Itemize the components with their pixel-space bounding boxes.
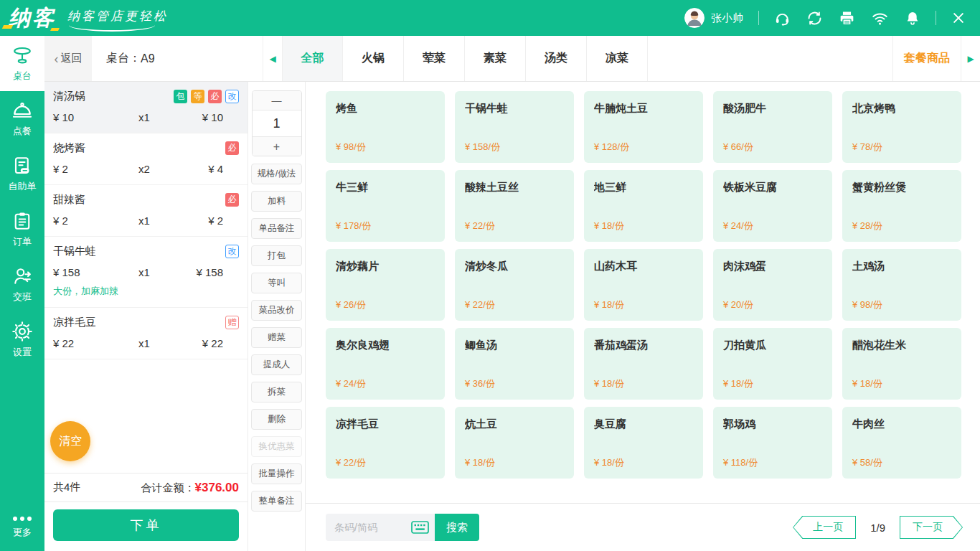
keyboard-icon[interactable] bbox=[411, 521, 429, 537]
printer-icon[interactable] bbox=[839, 10, 855, 27]
menu-item[interactable]: 清炒冬瓜 ¥ 22/份 bbox=[455, 249, 574, 321]
sidebar-item-orders[interactable]: 订单 bbox=[0, 202, 44, 257]
tab-combo[interactable]: 套餐商品 bbox=[892, 36, 961, 81]
order-item[interactable]: 清汤锅 包等必改 ¥ 10 x1 ¥ 10 bbox=[44, 82, 248, 133]
menu-item[interactable]: 臭豆腐 ¥ 18/份 bbox=[584, 407, 703, 479]
tab-category-2[interactable]: 荤菜 bbox=[404, 36, 465, 81]
menu-item[interactable]: 土鸡汤 ¥ 98/份 bbox=[842, 249, 961, 321]
menu-item[interactable]: 奥尔良鸡翅 ¥ 24/份 bbox=[326, 328, 445, 400]
order-list: 清汤锅 包等必改 ¥ 10 x1 ¥ 10 烧烤酱 必 ¥ 2 x2 ¥ 4 甜… bbox=[44, 82, 248, 473]
close-icon[interactable] bbox=[951, 11, 966, 25]
menu-item[interactable]: 醋泡花生米 ¥ 18/份 bbox=[842, 328, 961, 400]
order-item[interactable]: 凉拌毛豆 赠 ¥ 22 x1 ¥ 22 bbox=[44, 308, 248, 359]
headset-icon[interactable] bbox=[774, 10, 791, 27]
topbar-divider bbox=[936, 11, 936, 25]
menu-item[interactable]: 蟹黄粉丝煲 ¥ 28/份 bbox=[842, 170, 961, 242]
order-item-qty: x1 bbox=[138, 215, 189, 227]
menu-item[interactable]: 酸辣土豆丝 ¥ 22/份 bbox=[455, 170, 574, 242]
order-item-qty: x1 bbox=[138, 266, 189, 278]
prev-page-button[interactable]: 上一页 bbox=[793, 516, 856, 539]
badge-等: 等 bbox=[191, 90, 204, 103]
clear-order-button[interactable]: 清空 bbox=[50, 421, 90, 461]
order-item[interactable]: 甜辣酱 必 ¥ 2 x1 ¥ 2 bbox=[44, 185, 248, 237]
order-item-badges: 赠 bbox=[222, 316, 239, 329]
menu-item[interactable]: 郭场鸡 ¥ 118/份 bbox=[713, 407, 832, 479]
sidebar-item-table[interactable]: 桌台 bbox=[0, 36, 44, 91]
menu-item[interactable]: 干锅牛蛙 ¥ 158/份 bbox=[455, 91, 574, 163]
menu-item[interactable]: 牛三鲜 ¥ 178/份 bbox=[326, 170, 445, 242]
menu-item[interactable]: 炕土豆 ¥ 18/份 bbox=[455, 407, 574, 479]
menu-item[interactable]: 烤鱼 ¥ 98/份 bbox=[326, 91, 445, 163]
toolbar-button[interactable]: 赠菜 bbox=[251, 327, 302, 348]
menu-item[interactable]: 铁板米豆腐 ¥ 24/份 bbox=[713, 170, 832, 242]
order-item-top: 凉拌毛豆 赠 bbox=[53, 316, 239, 329]
order-item-qty: x1 bbox=[138, 337, 189, 349]
tabs-spacer bbox=[648, 36, 892, 81]
menu-item[interactable]: 鲫鱼汤 ¥ 36/份 bbox=[455, 328, 574, 400]
next-page-button[interactable]: 下一页 bbox=[900, 516, 963, 539]
menu-item-name: 奥尔良鸡翅 bbox=[336, 339, 435, 352]
menu-item-price: ¥ 128/份 bbox=[594, 141, 693, 154]
order-item-total: ¥ 4 bbox=[189, 163, 239, 175]
toolbar-button[interactable]: 等叫 bbox=[251, 273, 302, 293]
menu-item[interactable]: 肉沫鸡蛋 ¥ 20/份 bbox=[713, 249, 832, 321]
menu-item-name: 地三鲜 bbox=[594, 181, 693, 194]
toolbar-button[interactable]: 打包 bbox=[251, 245, 302, 266]
sidebar-item-more[interactable]: 更多 bbox=[0, 502, 44, 551]
menu-item[interactable]: 清炒藕片 ¥ 26/份 bbox=[326, 249, 445, 321]
topbar-divider bbox=[758, 11, 759, 25]
sidebar-item-shift[interactable]: 交班 bbox=[0, 257, 44, 312]
order-item-badges: 必 bbox=[222, 193, 239, 207]
toolbar-button[interactable]: 批量操作 bbox=[251, 463, 302, 484]
quantity-plus-button[interactable]: + bbox=[253, 136, 301, 156]
quantity-minus-button[interactable]: — bbox=[253, 91, 301, 110]
tab-category-0[interactable]: 全部 bbox=[282, 36, 343, 81]
menu-item[interactable]: 地三鲜 ¥ 18/份 bbox=[584, 170, 703, 242]
order-item[interactable]: 干锅牛蛙 改 ¥ 158 x1 ¥ 158 大份，加麻加辣 bbox=[44, 237, 248, 308]
order-item-price: ¥ 10 bbox=[53, 111, 138, 123]
sidebar-item-settings[interactable]: 设置 bbox=[0, 312, 44, 367]
toolbar-button[interactable]: 整单备注 bbox=[251, 491, 302, 512]
tab-category-4[interactable]: 汤类 bbox=[526, 36, 587, 81]
back-button[interactable]: ‹ 返回 bbox=[44, 36, 92, 81]
toolbar-button[interactable]: 规格/做法 bbox=[251, 164, 302, 184]
back-label: 返回 bbox=[61, 52, 83, 65]
toolbar-button[interactable]: 拆菜 bbox=[251, 382, 302, 402]
quantity-value: 1 bbox=[253, 110, 301, 136]
header-strip: ‹ 返回 桌台： A9 ◀ 全部火锅荤菜素菜汤类凉菜 套餐商品 ▶ bbox=[44, 36, 980, 82]
tab-category-3[interactable]: 素菜 bbox=[465, 36, 526, 81]
menu-item[interactable]: 凉拌毛豆 ¥ 22/份 bbox=[326, 407, 445, 479]
menu-item[interactable]: 山药木耳 ¥ 18/份 bbox=[584, 249, 703, 321]
sidebar-item-dish-order[interactable]: 点餐 bbox=[0, 91, 44, 146]
cloud-sync-icon[interactable] bbox=[806, 10, 823, 27]
menu-item[interactable]: 北京烤鸭 ¥ 78/份 bbox=[842, 91, 961, 163]
tab-category-5[interactable]: 凉菜 bbox=[587, 36, 648, 81]
menu-item-name: 干锅牛蛙 bbox=[465, 102, 564, 116]
toolbar-button[interactable]: 单品备注 bbox=[251, 218, 302, 239]
main-area: ‹ 返回 桌台： A9 ◀ 全部火锅荤菜素菜汤类凉菜 套餐商品 ▶ bbox=[44, 36, 980, 551]
bell-icon[interactable] bbox=[905, 10, 920, 27]
tab-category-1[interactable]: 火锅 bbox=[343, 36, 404, 81]
sidebar-item-self-order[interactable]: 自助单 bbox=[0, 146, 44, 202]
wifi-icon[interactable] bbox=[871, 10, 889, 27]
prev-page-label: 上一页 bbox=[793, 517, 855, 538]
tabs-scroll-right-icon[interactable]: ▶ bbox=[961, 36, 980, 81]
menu-item[interactable]: 酸汤肥牛 ¥ 66/份 bbox=[713, 91, 832, 163]
toolbar-button[interactable]: 提成人 bbox=[251, 354, 302, 375]
menu-item-price: ¥ 18/份 bbox=[594, 377, 693, 390]
submit-order-button[interactable]: 下单 bbox=[53, 509, 239, 541]
menu-item[interactable]: 牛肉丝 ¥ 58/份 bbox=[842, 407, 961, 479]
menu-item-price: ¥ 28/份 bbox=[852, 220, 951, 232]
order-item[interactable]: 烧烤酱 必 ¥ 2 x2 ¥ 4 bbox=[44, 133, 248, 185]
toolbar-button[interactable]: 加料 bbox=[251, 191, 302, 212]
order-item-badges: 改 bbox=[222, 245, 239, 258]
search-button[interactable]: 搜索 bbox=[435, 514, 479, 541]
topbar-actions: 张小帅 bbox=[684, 8, 966, 28]
user-chip[interactable]: 张小帅 bbox=[684, 8, 743, 28]
menu-item[interactable]: 牛腩炖土豆 ¥ 128/份 bbox=[584, 91, 703, 163]
tabs-scroll-left-icon[interactable]: ◀ bbox=[263, 36, 282, 81]
toolbar-button[interactable]: 菜品改价 bbox=[251, 300, 302, 321]
menu-item[interactable]: 刀拍黄瓜 ¥ 18/份 bbox=[713, 328, 832, 400]
toolbar-button[interactable]: 删除 bbox=[251, 409, 302, 430]
menu-item[interactable]: 番茄鸡蛋汤 ¥ 18/份 bbox=[584, 328, 703, 400]
